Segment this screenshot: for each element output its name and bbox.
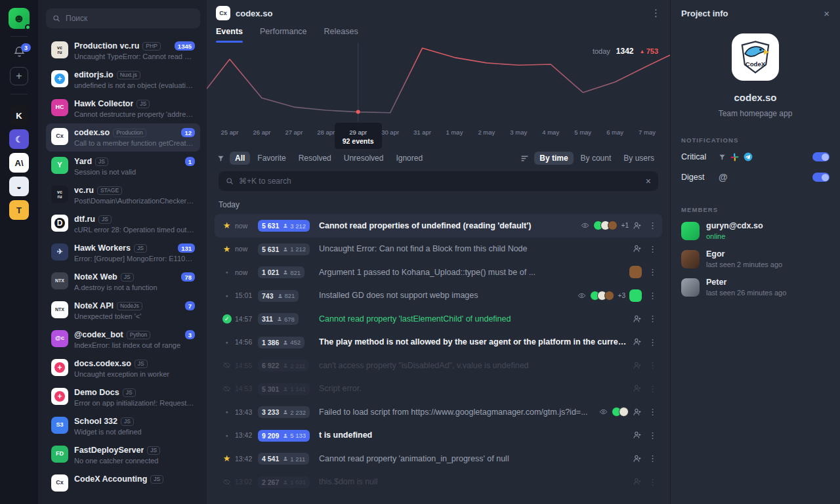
workspace-k[interactable]: K: [9, 106, 29, 125]
favorite-star-icon[interactable]: ★: [220, 220, 234, 230]
sidebar-project-yard[interactable]: YYardJS1Session is not valid: [46, 152, 200, 180]
project-last-error: Widget is not defined: [74, 428, 195, 436]
sidebar-project-codex-bot[interactable]: @c@codex_botPython3IndexError: list inde…: [46, 326, 200, 354]
event-row[interactable]: ●14:561 386452The play method is not all…: [215, 331, 662, 354]
member-guryn-cdx-so[interactable]: guryn@cdx.soonline: [681, 217, 830, 245]
favorite-star-icon[interactable]: ★: [220, 244, 234, 254]
filter-favorite[interactable]: Favorite: [252, 152, 291, 165]
project-menu-button[interactable]: ⋮: [651, 7, 661, 19]
event-menu-button[interactable]: ⋮: [648, 477, 657, 487]
event-row[interactable]: ●15:01743821Installed GD does not suppor…: [215, 284, 662, 308]
sidebar-search-input[interactable]: [66, 14, 194, 23]
workspace-hawk-eye[interactable]: ◒: [9, 177, 29, 196]
project-info-panel: Project info × CodeX codex.so Team homep…: [670, 0, 840, 504]
sidebar-project-codex-accounting[interactable]: CxCodeX AccountingJS: [46, 470, 200, 496]
event-menu-button[interactable]: ⋮: [648, 360, 657, 370]
project-name: NoteX Web: [74, 272, 117, 282]
axis-label: 25 apr: [214, 129, 245, 136]
viewed-eye-icon: [578, 291, 586, 300]
event-row[interactable]: ✓14:57311678Cannot read property 'lastEl…: [215, 307, 662, 331]
filter-funnel-icon[interactable]: [719, 154, 726, 161]
event-total-count: 3 233: [262, 408, 279, 416]
events-chart-area[interactable]: today 1342 753: [207, 43, 670, 121]
project-name: Hawk Collector: [74, 99, 133, 108]
sidebar-project-editorjs-io[interactable]: +editorjs.ioNuxt.jsundefined is not an o…: [46, 66, 200, 94]
filter-ignored[interactable]: Ignored: [390, 152, 428, 165]
event-menu-button[interactable]: ⋮: [648, 314, 657, 324]
tab-releases[interactable]: Releases: [324, 27, 358, 43]
event-row[interactable]: 14:535 3011 141Script error.⋮: [215, 377, 662, 401]
assign-user-button[interactable]: [633, 454, 642, 463]
event-menu-button[interactable]: ⋮: [648, 407, 657, 417]
sort-icon[interactable]: [520, 155, 529, 162]
assignee-avatar[interactable]: [629, 266, 642, 278]
user-avatar[interactable]: ☻: [9, 8, 30, 29]
event-menu-button[interactable]: ⋮: [648, 244, 657, 254]
tab-events[interactable]: Events: [216, 27, 243, 43]
sidebar-project-vc-ru[interactable]: vc ruvc.ruSTAGEPost\Domain\Authorization…: [46, 181, 200, 209]
sidebar-project-hawk-collector[interactable]: HCHawk CollectorJSCannot destructure pro…: [46, 94, 200, 123]
sidebar-project-hawk-workers[interactable]: ✈Hawk WorkersJS131Error: [Grouper] Mongo…: [46, 239, 200, 267]
assign-user-button[interactable]: [633, 430, 642, 440]
event-menu-button[interactable]: ⋮: [648, 384, 657, 394]
assign-user-button[interactable]: [633, 314, 642, 324]
digest-toggle[interactable]: [812, 173, 830, 182]
filter-all[interactable]: All: [230, 152, 250, 165]
close-icon[interactable]: ×: [824, 8, 830, 19]
sidebar-project-production-vc-ru[interactable]: vc ruProduction vc.ruPHP1345Uncaught Typ…: [46, 37, 200, 65]
assign-user-button[interactable]: [633, 221, 642, 230]
add-workspace-button[interactable]: +: [10, 67, 28, 85]
filter-funnel-icon[interactable]: [217, 155, 224, 162]
sidebar-project-demo-docs[interactable]: +Demo DocsJSError on app initialization!…: [46, 383, 200, 411]
sidebar-search[interactable]: [46, 9, 200, 28]
sidebar-project-notex-api[interactable]: NTXNoteX APINodeJs7Unexpected token '<': [46, 297, 200, 325]
sidebar-project-school-332[interactable]: S3School 332JSWidget is not defined: [46, 412, 200, 440]
sort-by-count[interactable]: By count: [576, 152, 617, 165]
tab-performance[interactable]: Performance: [260, 27, 307, 43]
workspace-t[interactable]: T: [9, 200, 29, 220]
sidebar-project-dtf-ru[interactable]: Ddtf.ruJScURL error 28: Operation timed …: [46, 210, 200, 238]
event-row[interactable]: ★now5 6311 212Uncaught Error: Can not fi…: [215, 238, 662, 261]
member-egor[interactable]: Egorlast seen 2 minutes ago: [681, 245, 830, 273]
notifications-bell-button[interactable]: 3: [13, 45, 26, 58]
filter-resolved[interactable]: Resolved: [293, 152, 337, 165]
events-search-input[interactable]: [239, 177, 640, 186]
member-peter[interactable]: Peterlast seen 26 minutes ago: [681, 273, 830, 301]
today-count: 1342: [616, 47, 634, 56]
favorite-star-icon[interactable]: ★: [220, 453, 234, 463]
filter-unresolved[interactable]: Unresolved: [339, 152, 389, 165]
event-row[interactable]: ●13:429 2095 133t is undefined⋮: [215, 424, 662, 448]
workspace-a-slash[interactable]: A\: [9, 153, 29, 173]
assignee-avatar[interactable]: [629, 289, 642, 302]
event-menu-button[interactable]: ⋮: [648, 430, 657, 440]
event-menu-button[interactable]: ⋮: [648, 291, 657, 301]
event-row[interactable]: 14:556 9222 211can't access property "is…: [215, 354, 662, 377]
event-row[interactable]: ★now5 6313 212Cannot read properties of …: [215, 214, 662, 238]
sidebar-project-codex-so[interactable]: Cxcodex.soProduction12Call to a member f…: [46, 123, 200, 152]
sidebar-project-docs-codex-so[interactable]: +docs.codex.soJSUncaught exception in wo…: [46, 354, 200, 383]
event-menu-button[interactable]: ⋮: [648, 220, 657, 230]
assign-user-button[interactable]: [633, 361, 642, 370]
affected-users-count: 821: [283, 269, 301, 276]
event-menu-button[interactable]: ⋮: [648, 337, 657, 347]
assign-user-button[interactable]: [633, 477, 642, 486]
critical-toggle[interactable]: [812, 152, 830, 161]
event-row[interactable]: 13:022 2671 031this.$dom is null⋮: [215, 471, 662, 494]
assign-user-button[interactable]: [633, 384, 642, 393]
event-row[interactable]: ●13:433 2332 232Failed to load script fr…: [215, 400, 662, 424]
workspace-night-bird[interactable]: ☾: [9, 129, 29, 149]
event-row[interactable]: ●now1 021821Argument 1 passed to Kohana_…: [215, 261, 662, 284]
event-row[interactable]: ★13:424 5411 211Cannot read property 'an…: [215, 447, 662, 471]
sort-by-users[interactable]: By users: [618, 152, 660, 165]
sidebar-project-notex-web[interactable]: NTXNoteX WebJS78A.destroy is not a funct…: [46, 268, 200, 296]
clear-search-icon[interactable]: ×: [646, 176, 651, 186]
events-search[interactable]: ×: [219, 171, 658, 191]
event-menu-button[interactable]: ⋮: [648, 453, 657, 463]
event-total-count: 2 267: [262, 478, 279, 486]
sort-by-time[interactable]: By time: [534, 152, 573, 165]
event-menu-button[interactable]: ⋮: [648, 267, 657, 277]
assign-user-button[interactable]: [633, 337, 642, 346]
assign-user-button[interactable]: [633, 408, 642, 417]
sidebar-project-fastdeployserver[interactable]: FDFastDeployServerJSNo one catcher conne…: [46, 441, 200, 469]
assign-user-button[interactable]: [633, 244, 642, 253]
